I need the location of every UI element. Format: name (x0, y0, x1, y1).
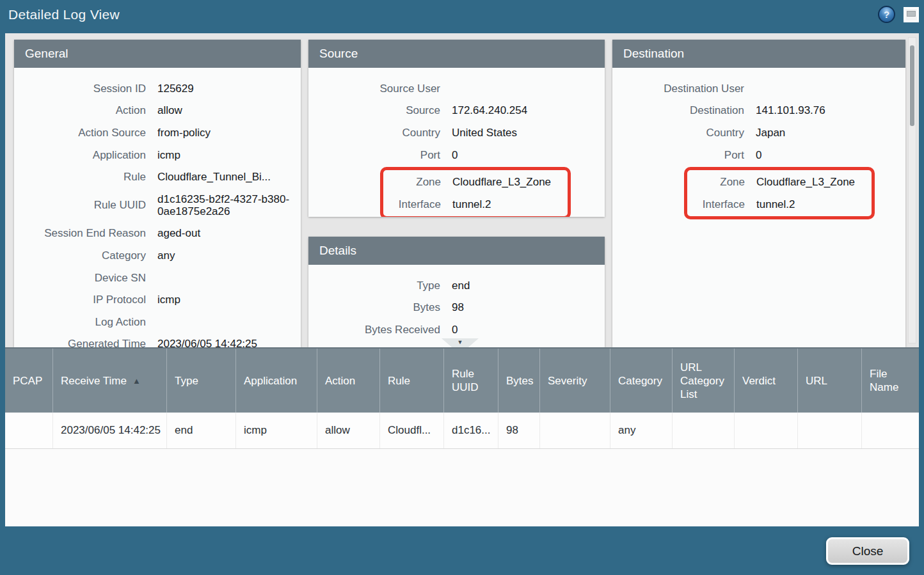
table-cell (540, 413, 610, 448)
dialog-titlebar: Detailed Log View ? (0, 0, 924, 29)
column-header-label: PCAP (13, 374, 42, 388)
field-row: Bytes 98 (308, 297, 605, 319)
field-row: Destination 141.101.93.76 (612, 100, 905, 122)
column-header-label: URL (806, 374, 827, 388)
general-panel-header: General (14, 40, 301, 68)
field-row: Rule UUID d1c16235-b2f2-4327-b380-0ae187… (14, 188, 301, 223)
field-row: Device SN (14, 267, 301, 289)
table-cell: 2023/06/05 14:42:25 (53, 413, 167, 448)
column-header[interactable]: URL Category List (673, 349, 735, 413)
destination-panel-header: Destination (612, 40, 905, 68)
column-header[interactable]: Type (167, 349, 236, 413)
column-header-label: Category (618, 374, 662, 388)
table-cell (5, 413, 53, 448)
table-cell: allow (317, 413, 380, 448)
field-label: Rule (14, 166, 146, 188)
field-label: Destination User (612, 77, 744, 100)
field-row: Application icmp (14, 144, 301, 166)
source-panel-body: Source User Source 172.64.240.254 Countr… (308, 68, 605, 217)
table-cell: 98 (498, 413, 540, 448)
field-label: Zone (687, 171, 745, 193)
column-header[interactable]: Category (610, 349, 673, 413)
table-cell-value: d1c16... (452, 424, 491, 437)
scrollbar-thumb[interactable] (910, 45, 914, 126)
column-header[interactable]: File Name (862, 349, 919, 413)
column-header[interactable]: PCAP (5, 349, 53, 413)
sort-ascending-icon: ▲ (132, 374, 141, 388)
table-header-row: PCAP Receive Time ▲ Type Application Act… (5, 347, 919, 413)
general-panel-body: Session ID 125629 Action allow Action So… (14, 68, 301, 347)
field-label: Interface (383, 193, 441, 216)
field-label: Source User (308, 77, 440, 100)
close-button[interactable]: Close (826, 537, 909, 565)
field-label: Zone (383, 171, 441, 193)
field-row: Zone Cloudflare_L3_Zone (687, 171, 872, 193)
column-header-label: Type (175, 374, 198, 388)
field-value: 0 (756, 144, 761, 166)
field-row: Country United States (308, 122, 605, 144)
table-row[interactable]: 2023/06/05 14:42:25 end icmp allow Cloud… (5, 413, 919, 449)
column-header[interactable]: Severity (540, 349, 610, 413)
source-panel: Source Source User Source 172.64.240.254 (308, 40, 605, 217)
field-value: tunnel.2 (452, 193, 491, 216)
field-label: Bytes (308, 297, 440, 319)
window-icon-inner (907, 11, 916, 17)
field-row: Interface tunnel.2 (687, 193, 872, 216)
field-row: Source 172.64.240.254 (308, 100, 605, 122)
table-cell: d1c16... (444, 413, 498, 448)
column-header[interactable]: Action (317, 349, 380, 413)
general-panel: General Session ID 125629 Action allow A… (14, 40, 301, 347)
field-row: Session ID 125629 (14, 77, 301, 100)
field-label: Session End Reason (14, 223, 146, 245)
source-panel-header: Source (308, 40, 605, 68)
field-row: Port 0 (612, 144, 905, 166)
column-header-label: Application (244, 374, 297, 388)
column-header[interactable]: Bytes (498, 349, 540, 413)
log-detail-section: General Session ID 125629 Action allow A… (5, 33, 919, 347)
field-value: Cloudflare_L3_Zone (756, 171, 855, 193)
field-value: United States (452, 122, 517, 144)
column-header[interactable]: Receive Time ▲ (53, 349, 167, 413)
field-value: tunnel.2 (756, 193, 795, 216)
vertical-scrollbar[interactable] (908, 37, 916, 343)
field-value: from-policy (157, 122, 211, 144)
field-value: 2023/06/05 14:42:25 (157, 333, 257, 347)
details-panel-header: Details (308, 237, 605, 265)
table-cell-value: 98 (506, 424, 518, 437)
source-zone-interface-highlight: Zone Cloudflare_L3_Zone Interface tunnel… (380, 167, 571, 217)
field-value: icmp (157, 144, 180, 166)
field-label: Bytes Received (308, 319, 440, 341)
details-panel: Details Type end Bytes 98 Bytes Received… (308, 237, 605, 347)
column-header-label: Rule UUID (452, 367, 487, 394)
window-icon[interactable] (904, 7, 919, 22)
dialog-title: Detailed Log View (8, 0, 924, 29)
field-value: Cloudflare_L3_Zone (452, 171, 551, 193)
field-value: 172.64.240.254 (452, 100, 527, 122)
column-header[interactable]: Rule UUID (444, 349, 498, 413)
help-icon-glyph: ? (884, 9, 889, 20)
destination-panel-title: Destination (623, 47, 684, 60)
help-icon[interactable]: ? (878, 6, 895, 23)
field-label: Rule UUID (14, 194, 146, 216)
table-cell-value: icmp (244, 424, 267, 437)
column-header[interactable]: Rule (380, 349, 444, 413)
table-cell (673, 413, 735, 448)
column-header[interactable]: URL (798, 349, 862, 413)
details-panel-body: Type end Bytes 98 Bytes Received 0 (308, 265, 605, 341)
destination-panel-body: Destination User Destination 141.101.93.… (612, 68, 905, 219)
field-row: Source User (308, 77, 605, 100)
field-row: Destination User (612, 77, 905, 100)
field-row: Log Action (14, 311, 301, 333)
field-value: aged-out (157, 223, 200, 245)
field-label: Generated Time (14, 333, 146, 347)
column-header-label: Bytes (506, 374, 534, 388)
field-row: Country Japan (612, 122, 905, 144)
table-cell-value: Cloudfl... (388, 424, 431, 437)
table-cell (798, 413, 862, 448)
column-header[interactable]: Application (236, 349, 317, 413)
general-panel-title: General (25, 47, 68, 60)
field-value: Cloudflare_Tunnel_Bi... (157, 166, 271, 188)
column-header[interactable]: Verdict (735, 349, 798, 413)
field-value: end (452, 274, 470, 297)
field-value: 98 (452, 297, 464, 319)
